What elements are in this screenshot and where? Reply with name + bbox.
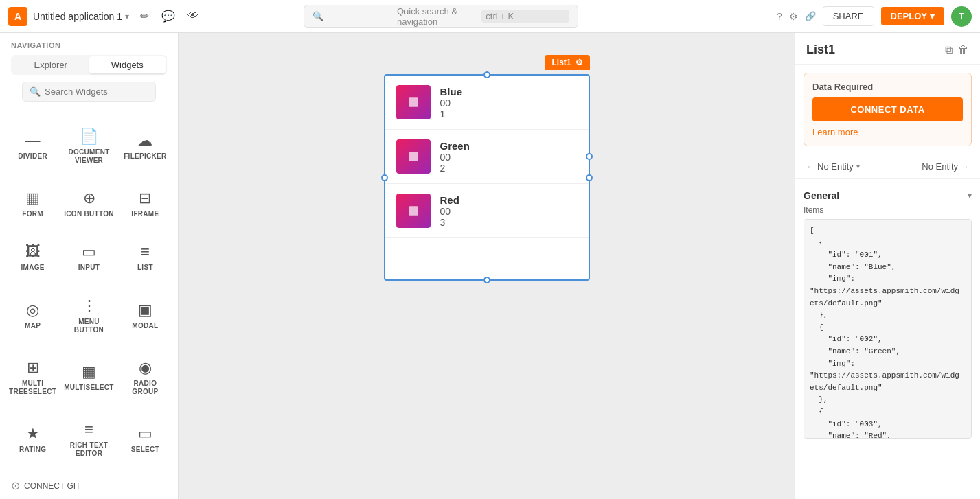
widget-iframe[interactable]: ⊟ IFRAME [118,177,172,229]
app-logo: A [8,7,27,26]
tab-widgets[interactable]: Widgets [89,56,166,73]
widget-rating[interactable]: ★ RATING [5,408,60,469]
widget-select-label: SELECT [131,445,159,454]
connect-data-button[interactable]: CONNECT DATA [812,97,963,121]
svg-rect-3 [409,206,418,216]
form-icon: ▦ [25,189,40,207]
learn-more-link[interactable]: Learn more [812,127,963,137]
general-section: General ▾ Items [ { "id": "001", "name":… [795,179,980,445]
list-item[interactable]: Red 00 3 [385,184,589,238]
tabs: Explorer Widgets [11,55,167,75]
no-entity-left-button[interactable]: No Entity ▾ [814,160,863,173]
search-widgets-container[interactable]: 🔍 [22,82,156,102]
topbar: A Untitled application 1 ▾ ✏ 💬 👁 🔍 Quick… [0,0,980,33]
widget-input[interactable]: ▭ INPUT [61,231,117,283]
widget-icon-button[interactable]: ⊕ ICON BUTTON [61,177,117,229]
map-icon: ◎ [26,301,39,319]
deploy-label: DEPLOY [891,11,927,21]
widget-icon-button-label: ICON BUTTON [64,210,114,218]
panel-title: List1 [806,43,835,57]
item-num: 3 [440,217,578,228]
connect-git-button[interactable]: ⊙ CONNECT GIT [11,479,80,492]
preview-icon[interactable]: 👁 [185,7,201,25]
git-icon: ⊙ [11,479,20,492]
topbar-right: ? ⚙ 🔗 SHARE DEPLOY ▾ T [777,6,972,27]
data-required-box: Data Required CONNECT DATA Learn more [804,73,972,146]
resize-handle-mid1[interactable] [586,153,593,160]
list-item[interactable]: Green 00 2 [385,130,589,184]
search-input[interactable] [45,86,148,97]
app-title-text: Untitled application 1 [33,11,122,22]
widget-multi-treeselect[interactable]: ⊞ MULTI TREESELECT [5,347,60,407]
list-widget[interactable]: Blue 00 1 Green 00 2 [384,74,590,281]
data-required-title: Data Required [812,82,963,92]
rich-text-editor-icon: ≡ [84,421,93,439]
widget-list-label: LIST [137,264,153,272]
item-image-green [396,139,431,174]
entity-right: No Entity → [919,160,972,173]
widget-divider[interactable]: — DIVIDER [5,115,60,176]
resize-handle-left[interactable] [381,174,388,181]
list-icon: ≡ [141,243,150,261]
entity-right-button[interactable]: No Entity → [919,160,972,173]
widget-list[interactable]: ≡ LIST [118,231,172,283]
list-item[interactable]: Blue 00 1 [385,76,589,130]
widget-multi-treeselect-label: MULTI TREESELECT [8,380,57,396]
spinner-icon: ⚙ [789,11,798,22]
widget-document-viewer[interactable]: 📄 DOCUMENT VIEWER [61,115,117,176]
svg-rect-0 [409,97,418,107]
widget-rich-text-editor[interactable]: ≡ RICH TEXT EDITOR [61,408,117,469]
canvas[interactable]: List1 ⚙ Blue 00 1 [179,33,795,499]
sidebar-header: NAVIGATION Explorer Widgets 🔍 [0,33,178,113]
search-bar[interactable]: 🔍 Quick search & navigation ctrl + K [304,5,578,28]
search-icon: 🔍 [312,11,391,21]
widget-select[interactable]: ▭ SELECT [118,408,172,469]
widget-multiselect-label: MULTISELECT [64,384,114,392]
widget-menu-button[interactable]: ⋮ MENU BUTTON [61,284,117,345]
item-code: 00 [440,206,578,217]
right-panel: List1 ⧉ 🗑 Data Required CONNECT DATA Lea… [795,33,980,499]
widget-iframe-label: IFRAME [131,210,159,218]
main-layout: NAVIGATION Explorer Widgets 🔍 — DIVIDER … [0,33,980,499]
item-info-green: Green 00 2 [440,140,578,174]
resize-handle-right[interactable] [586,174,593,181]
input-icon: ▭ [82,243,96,261]
resize-handle-top[interactable] [483,71,490,78]
widget-multiselect[interactable]: ▦ MULTISELECT [61,347,117,407]
widget-radio-group[interactable]: ◉ RADIO GROUP [118,347,172,407]
help-icon[interactable]: ? [777,11,782,22]
general-section-title: General [804,190,839,201]
delete-icon[interactable]: 🗑 [958,44,969,56]
item-code: 00 [440,152,578,163]
resize-handle-bottom[interactable] [483,277,490,283]
divider-icon: — [25,132,41,150]
widget-map[interactable]: ◎ MAP [5,284,60,345]
widget-input-label: INPUT [78,264,100,272]
tab-explorer[interactable]: Explorer [12,56,89,73]
general-section-header[interactable]: General ▾ [804,186,972,205]
svg-rect-2 [409,152,418,161]
copy-icon[interactable]: ⧉ [945,44,953,56]
edit-icon[interactable]: ✏ [137,7,152,25]
items-code-block[interactable]: [ { "id": "001", "name": "Blue", "img": … [804,219,972,439]
widget-modal[interactable]: ▣ MODAL [118,284,172,345]
item-image-red [396,194,431,228]
deploy-button[interactable]: DEPLOY ▾ [881,7,944,25]
multiselect-icon: ▦ [82,363,96,381]
widget-filepicker[interactable]: ☁ FILEPICKER [118,115,172,176]
share-button[interactable]: SHARE [823,6,874,26]
comment-icon[interactable]: 💬 [159,7,178,25]
filepicker-icon: ☁ [137,132,152,150]
widget-grid: — DIVIDER 📄 DOCUMENT VIEWER ☁ FILEPICKER… [0,113,178,472]
rating-icon: ★ [26,425,40,443]
app-title[interactable]: Untitled application 1 ▾ [33,11,129,22]
item-num: 1 [440,108,578,119]
item-name: Green [440,140,578,152]
widget-filepicker-label: FILEPICKER [124,152,166,161]
search-shortcut: ctrl + K [481,10,569,23]
settings-icon[interactable]: ⚙ [576,58,583,67]
item-name: Red [440,194,578,206]
widget-form[interactable]: ▦ FORM [5,177,60,229]
widget-image[interactable]: 🖼 IMAGE [5,231,60,283]
panel-icons: ⧉ 🗑 [945,44,969,56]
